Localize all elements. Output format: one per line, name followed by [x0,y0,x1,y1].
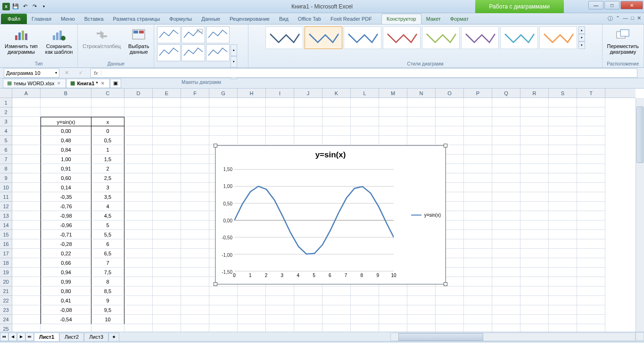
cell[interactable] [577,230,605,239]
cell[interactable] [520,107,549,117]
chart-layout-3[interactable] [206,26,230,43]
cell[interactable] [12,296,41,305]
cell[interactable] [464,296,492,305]
cell[interactable] [464,268,492,277]
save-template-button[interactable]: Сохранить как шаблон [43,26,75,56]
move-chart-button[interactable]: Переместить диаграмму [605,26,641,56]
cell[interactable] [238,286,266,296]
cell[interactable]: 8,5 [91,286,124,296]
select-data-button[interactable]: Выбрать данные [126,26,151,56]
cell[interactable] [153,286,181,296]
cell[interactable] [577,202,605,211]
cell[interactable] [181,155,209,164]
switch-rowcol-button[interactable]: Строка/столбец [81,26,123,50]
cell[interactable] [209,126,238,136]
sheet-tab-Лист2[interactable]: Лист2 [59,333,84,341]
cell[interactable] [464,211,492,220]
cell[interactable]: -0,96 [41,220,91,230]
cell[interactable] [577,192,605,202]
cell[interactable]: 1 [91,145,124,155]
cell[interactable] [322,305,351,315]
cell[interactable] [181,192,209,202]
cell[interactable] [407,126,436,136]
cell[interactable] [124,211,153,220]
cell[interactable] [549,164,577,173]
chart-layout-6[interactable] [206,44,230,61]
select-all-button[interactable] [0,89,12,98]
cell[interactable] [407,107,436,117]
cell[interactable] [520,220,549,230]
cell[interactable] [520,305,549,315]
row-header[interactable]: 20 [0,277,12,286]
tab-главная[interactable]: Главная [27,14,56,24]
cell[interactable] [492,211,520,220]
cell[interactable] [124,117,153,126]
cell[interactable] [379,315,407,324]
cell[interactable] [464,230,492,239]
cell[interactable] [351,286,379,296]
cell[interactable] [464,164,492,173]
cell[interactable] [549,258,577,268]
cell[interactable]: 4 [91,202,124,211]
save-icon[interactable]: 💾 [11,2,20,11]
col-header-R[interactable]: R [520,89,549,98]
cell[interactable] [181,230,209,239]
cell[interactable] [492,192,520,202]
tab-формат[interactable]: Формат [446,14,473,24]
cell[interactable] [492,145,520,155]
cell[interactable] [577,164,605,173]
cell[interactable] [549,305,577,315]
cell[interactable] [464,202,492,211]
cell[interactable] [294,107,322,117]
cell[interactable] [12,239,41,249]
cell[interactable] [577,249,605,258]
cell[interactable] [520,286,549,296]
cell[interactable] [407,98,436,107]
cell[interactable] [181,98,209,107]
doc-tab[interactable]: ▦Книга1 *✕ [66,79,109,88]
cell[interactable] [549,145,577,155]
horizontal-scrollbar[interactable] [390,333,636,341]
cell[interactable] [209,117,238,126]
cell[interactable] [124,164,153,173]
cell[interactable] [12,286,41,296]
chart-layout-5[interactable] [182,44,205,61]
chart-style-5[interactable] [422,26,460,49]
cell[interactable] [238,98,266,107]
cell[interactable]: 0,5 [91,136,124,145]
cell[interactable]: 0,41 [41,296,91,305]
row-header[interactable]: 14 [0,220,12,230]
cell[interactable] [209,305,238,315]
row-header[interactable]: 19 [0,268,12,277]
cell[interactable] [124,249,153,258]
cell[interactable] [520,249,549,258]
cell[interactable] [436,286,464,296]
cell[interactable] [436,315,464,324]
row-header[interactable]: 5 [0,136,12,145]
cell[interactable] [492,220,520,230]
cell[interactable] [351,98,379,107]
cell[interactable] [181,249,209,258]
cell[interactable] [181,277,209,286]
cell[interactable] [181,173,209,183]
minimize-button[interactable]: — [588,1,603,9]
cell[interactable] [549,249,577,258]
col-header-C[interactable]: C [91,89,124,98]
cell[interactable] [549,277,577,286]
cell[interactable] [407,136,436,145]
cell[interactable] [407,305,436,315]
col-header-B[interactable]: B [41,89,91,98]
col-header-Q[interactable]: Q [492,89,520,98]
row-header[interactable]: 13 [0,211,12,220]
cell[interactable] [520,258,549,268]
cell[interactable] [12,268,41,277]
cell[interactable] [492,155,520,164]
cell[interactable] [464,136,492,145]
cell[interactable] [294,305,322,315]
chart-plot-area[interactable] [234,169,394,271]
cell[interactable] [492,249,520,258]
redo-icon[interactable]: ↷ [30,2,39,11]
cell[interactable] [153,220,181,230]
cell[interactable] [12,107,41,117]
tab-макет[interactable]: Макет [421,14,446,24]
